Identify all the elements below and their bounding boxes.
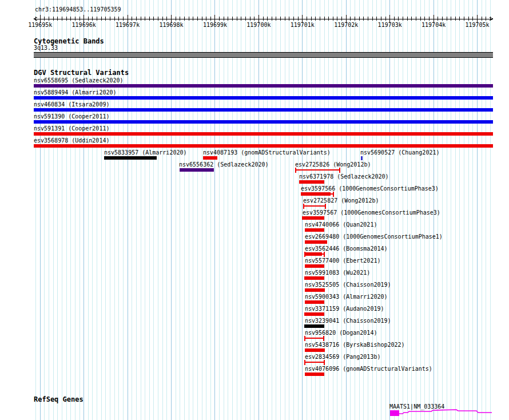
gene-exon (390, 410, 399, 416)
genome-browser-canvas: chr3:119694853..119705359 119695k119696k… (0, 0, 509, 420)
gene-intron-line (399, 410, 492, 414)
gene-glyph[interactable] (0, 0, 509, 420)
